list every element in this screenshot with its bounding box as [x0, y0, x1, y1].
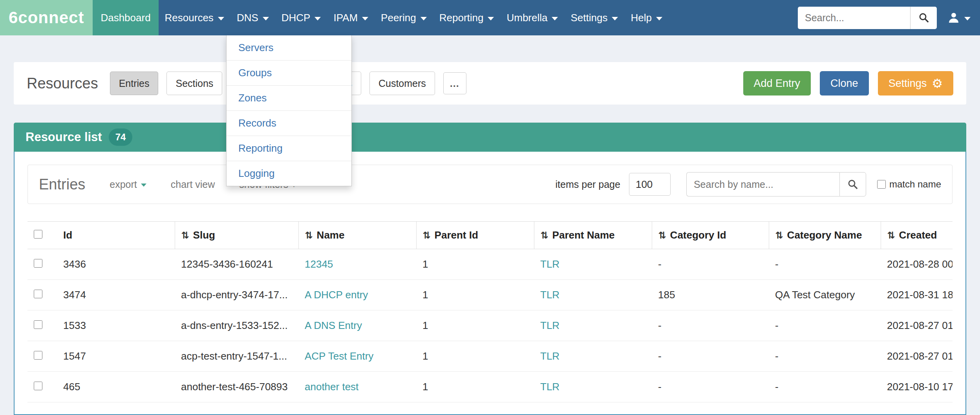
global-search-input[interactable]	[798, 7, 910, 29]
row-checkbox[interactable]	[34, 259, 42, 268]
nav-peering[interactable]: Peering	[375, 0, 433, 35]
sort-icon[interactable]: ⇅	[887, 230, 895, 241]
column-header-name[interactable]: ⇅Name	[298, 222, 416, 249]
row-category-id: -	[652, 372, 769, 402]
column-header-slug[interactable]: ⇅Slug	[175, 222, 298, 249]
row-parent-name-cell: TLR	[534, 341, 652, 372]
row-parent-name-link[interactable]: TLR	[540, 258, 559, 270]
row-name-link[interactable]: A DHCP entry	[305, 289, 368, 301]
tab-entries[interactable]: Entries	[110, 72, 159, 95]
nav-reporting[interactable]: Reporting	[433, 0, 501, 35]
menu-item-reporting[interactable]: Reporting	[227, 136, 351, 161]
tab-sections[interactable]: Sections	[166, 72, 222, 95]
row-checkbox[interactable]	[34, 351, 42, 360]
row-checkbox-cell	[27, 372, 57, 402]
more-tabs-button[interactable]: …	[443, 72, 466, 94]
user-menu[interactable]	[947, 11, 971, 24]
row-category-id: -	[652, 249, 769, 280]
name-search-group	[686, 172, 866, 196]
nav-help[interactable]: Help	[624, 0, 668, 35]
chevron-down-icon	[362, 17, 368, 20]
column-header-parent-name[interactable]: ⇅Parent Name	[534, 222, 652, 249]
row-category-id: -	[652, 341, 769, 372]
column-header-category-name[interactable]: ⇅Category Name	[769, 222, 881, 249]
sort-icon[interactable]: ⇅	[181, 230, 189, 241]
nav-dashboard-label: Dashboard	[101, 12, 150, 24]
add-entry-button[interactable]: Add Entry	[743, 71, 811, 95]
nav-resources[interactable]: Resources	[159, 0, 230, 35]
row-name-cell: A DNS Entry	[298, 310, 416, 341]
nav-dashboard[interactable]: Dashboard	[93, 0, 158, 35]
nav-resources-label: Resources	[165, 12, 214, 24]
column-header-created[interactable]: ⇅Created	[881, 222, 953, 249]
row-parent-name-link[interactable]: TLR	[540, 320, 559, 331]
chevron-down-icon	[263, 17, 269, 20]
row-parent-name-link[interactable]: TLR	[540, 350, 559, 362]
row-parent-id: 1	[416, 280, 534, 310]
menu-item-logging[interactable]: Logging	[227, 161, 351, 186]
tab-customers[interactable]: Customers	[369, 72, 435, 95]
menu-item-groups[interactable]: Groups	[227, 60, 351, 85]
column-label: Category Id	[670, 229, 726, 241]
match-name-checkbox[interactable]	[877, 180, 886, 189]
column-header-parent-id[interactable]: ⇅Parent Id	[416, 222, 534, 249]
entries-table-wrap: Id ⇅Slug ⇅Name ⇅Parent Id ⇅Parent Name	[27, 221, 953, 402]
row-name-link[interactable]: ACP Test Entry	[305, 350, 373, 362]
global-search-button[interactable]	[910, 7, 937, 29]
row-name-link[interactable]: 12345	[305, 258, 333, 270]
dns-dropdown-menu: Servers Groups Zones Records Reporting L…	[226, 35, 352, 186]
row-id: 3436	[57, 249, 175, 280]
entries-heading: Entries	[39, 176, 85, 193]
column-header-id[interactable]: Id	[57, 222, 175, 249]
row-created: 2021-08-27 01	[881, 310, 953, 341]
nav-umbrella[interactable]: Umbrella	[500, 0, 564, 35]
nav-settings[interactable]: Settings	[564, 0, 624, 35]
column-header-category-id[interactable]: ⇅Category Id	[652, 222, 769, 249]
settings-button[interactable]: Settings ⚙	[878, 71, 953, 95]
column-label: Created	[899, 229, 937, 241]
nav-dns[interactable]: DNS	[230, 0, 275, 35]
name-search-input[interactable]	[686, 172, 839, 196]
row-checkbox[interactable]	[34, 382, 42, 390]
export-label: export	[110, 179, 137, 190]
row-name-link[interactable]: another test	[305, 381, 358, 393]
nav-dhcp[interactable]: DHCP	[275, 0, 327, 35]
resource-list-body: Entries export chart view show filters +…	[14, 152, 966, 415]
clone-button[interactable]: Clone	[820, 71, 869, 95]
row-name-link[interactable]: A DNS Entry	[305, 320, 362, 331]
menu-item-zones[interactable]: Zones	[227, 85, 351, 110]
search-icon	[847, 178, 859, 190]
items-per-page-input[interactable]	[629, 173, 671, 196]
chevron-down-icon	[964, 17, 971, 20]
sort-icon[interactable]: ⇅	[775, 230, 783, 241]
sort-icon[interactable]: ⇅	[658, 230, 666, 241]
chevron-down-icon	[612, 17, 618, 20]
nav-umbrella-label: Umbrella	[506, 12, 547, 24]
menu-item-servers[interactable]: Servers	[227, 35, 351, 60]
chevron-down-icon	[552, 17, 558, 20]
export-menu[interactable]: export	[110, 179, 146, 190]
nav-help-label: Help	[631, 12, 651, 24]
row-created: 2021-08-10 17	[881, 372, 953, 402]
sort-icon[interactable]: ⇅	[305, 230, 313, 241]
menu-item-records[interactable]: Records	[227, 110, 351, 136]
row-name-cell: A DHCP entry	[298, 280, 416, 310]
row-category-name: -	[769, 372, 881, 402]
row-parent-name-link[interactable]: TLR	[540, 381, 559, 393]
chart-view-link[interactable]: chart view	[171, 179, 215, 190]
nav-ipam[interactable]: IPAM	[327, 0, 375, 35]
row-created: 2021-08-31 18	[881, 280, 953, 310]
navbar-right	[798, 0, 980, 35]
logo[interactable]: 6connect	[0, 0, 93, 35]
sort-icon[interactable]: ⇅	[541, 230, 549, 241]
row-parent-name-link[interactable]: TLR	[540, 289, 559, 301]
sort-icon[interactable]: ⇅	[423, 230, 431, 241]
table-row: 1533 a-dns-entry-1533-152... A DNS Entry…	[27, 310, 953, 341]
name-search-button[interactable]	[839, 172, 866, 196]
select-all-checkbox[interactable]	[34, 230, 42, 239]
row-parent-name-cell: TLR	[534, 310, 652, 341]
row-checkbox[interactable]	[34, 320, 42, 329]
chevron-down-icon	[141, 184, 146, 187]
row-checkbox[interactable]	[34, 290, 42, 298]
row-slug: 12345-3436-160241	[175, 249, 298, 280]
